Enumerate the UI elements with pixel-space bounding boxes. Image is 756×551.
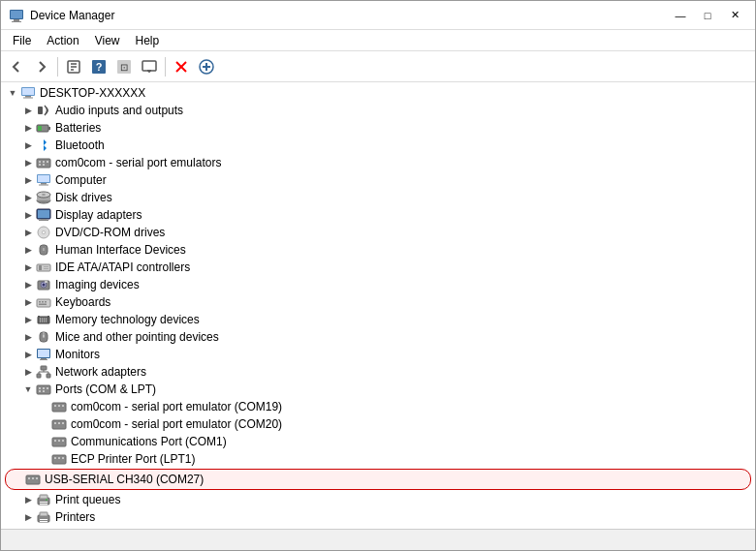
ide-expand[interactable] — [20, 259, 36, 276]
usb-serial-expand — [10, 471, 25, 488]
menu-action[interactable]: Action — [39, 32, 86, 49]
batteries-expand[interactable] — [20, 119, 36, 137]
tree-item-com19[interactable]: com0com - serial port emulator (COM19) — [1, 398, 755, 415]
tree-item-audio[interactable]: Audio inputs and outputs — [1, 102, 755, 119]
display-expand[interactable] — [20, 206, 36, 224]
svg-rect-119 — [40, 521, 47, 522]
svg-rect-63 — [39, 304, 47, 306]
window-controls: — □ ✕ — [668, 6, 747, 25]
ports-icon — [36, 382, 51, 397]
batteries-label: Batteries — [55, 121, 101, 135]
svg-rect-78 — [41, 366, 47, 370]
svg-rect-23 — [23, 98, 33, 99]
print-queues-icon — [36, 492, 51, 507]
printers-icon — [36, 509, 51, 525]
tree-item-com0com[interactable]: com0com - serial port emulators — [1, 154, 755, 171]
dvd-expand[interactable] — [20, 224, 36, 241]
forward-button[interactable] — [30, 55, 53, 78]
tree-item-computer[interactable]: Computer — [1, 171, 755, 189]
bluetooth-expand[interactable] — [20, 137, 36, 154]
com20-label: com0com - serial port emulator (COM20) — [71, 417, 282, 431]
tree-item-print-queues[interactable]: Print queues — [1, 491, 755, 508]
disk-expand[interactable] — [20, 189, 36, 206]
update-driver-button[interactable]: ? — [87, 55, 110, 78]
svg-rect-67 — [44, 318, 45, 322]
tree-item-disk[interactable]: Disk drives — [1, 189, 755, 206]
svg-rect-61 — [42, 301, 44, 303]
svg-rect-85 — [37, 385, 50, 394]
tree-item-dvd[interactable]: DVD/CD-ROM drives — [1, 224, 755, 241]
remove-device-button[interactable] — [170, 55, 193, 78]
svg-rect-68 — [46, 318, 47, 322]
svg-rect-59 — [37, 299, 50, 307]
app-icon — [9, 8, 24, 23]
menu-view[interactable]: View — [87, 32, 128, 49]
tree-item-batteries[interactable]: Batteries — [1, 119, 755, 137]
tree-item-memory[interactable]: Memory technology devices — [1, 311, 755, 328]
svg-point-57 — [43, 284, 46, 287]
tree-item-imaging[interactable]: Imaging devices — [1, 276, 755, 293]
audio-label: Audio inputs and outputs — [55, 104, 183, 117]
tree-item-ide[interactable]: IDE ATA/ATAPI controllers — [1, 259, 755, 276]
svg-rect-66 — [42, 318, 43, 322]
audio-expand[interactable] — [20, 102, 36, 119]
tree-item-ports[interactable]: Ports (COM & LPT) — [1, 381, 755, 398]
dvd-icon — [36, 225, 51, 240]
svg-rect-27 — [38, 126, 42, 131]
svg-rect-65 — [40, 318, 41, 322]
svg-rect-80 — [47, 374, 50, 378]
usb-serial-icon — [25, 472, 41, 487]
tree-item-comm1[interactable]: Communications Port (COM1) — [1, 433, 755, 450]
svg-rect-113 — [40, 502, 47, 503]
tree-item-network[interactable]: Network adapters — [1, 363, 755, 381]
memory-expand[interactable] — [20, 311, 36, 328]
tree-item-monitors[interactable]: Monitors — [1, 346, 755, 363]
hid-label: Human Interface Devices — [55, 243, 186, 257]
tree-item-ecp[interactable]: ECP Printer Port (LPT1) — [1, 450, 755, 468]
close-button[interactable]: ✕ — [722, 6, 747, 25]
tree-item-mice[interactable]: Mice and other pointing devices — [1, 328, 755, 346]
network-expand[interactable] — [20, 363, 36, 381]
network-label: Network adapters — [55, 365, 146, 379]
minimize-button[interactable]: — — [668, 6, 693, 25]
root-expand-arrow[interactable] — [5, 84, 20, 102]
display-button[interactable] — [138, 55, 161, 78]
print-queues-expand[interactable] — [20, 491, 36, 508]
keyboards-expand[interactable] — [20, 293, 36, 311]
tree-item-hid[interactable]: Human Interface Devices — [1, 241, 755, 259]
svg-rect-12 — [142, 61, 156, 71]
add-legacy-button[interactable] — [195, 55, 218, 78]
tree-item-usb-serial[interactable]: USB-SERIAL CH340 (COM27) — [5, 469, 751, 490]
tree-item-com20[interactable]: com0com - serial port emulator (COM20) — [1, 415, 755, 433]
monitors-expand[interactable] — [20, 346, 36, 363]
computer-expand[interactable] — [20, 171, 36, 189]
tree-item-bluetooth[interactable]: Bluetooth — [1, 137, 755, 154]
svg-rect-30 — [43, 161, 45, 163]
hid-expand[interactable] — [20, 241, 36, 259]
svg-rect-37 — [39, 185, 48, 186]
ports-expand[interactable] — [20, 381, 36, 398]
svg-rect-22 — [25, 96, 31, 98]
mice-icon — [36, 329, 51, 345]
scan-changes-button[interactable]: ⊡ — [112, 55, 136, 78]
imaging-icon — [36, 277, 51, 292]
tree-root[interactable]: DESKTOP-XXXXXX — [1, 84, 755, 102]
svg-rect-105 — [58, 457, 60, 459]
menu-file[interactable]: File — [5, 32, 39, 49]
printers-expand[interactable] — [20, 508, 36, 526]
monitors-icon — [36, 347, 51, 362]
maximize-button[interactable]: □ — [695, 6, 720, 25]
imaging-expand[interactable] — [20, 276, 36, 293]
com0com-expand[interactable] — [20, 154, 36, 171]
properties-button[interactable] — [62, 55, 85, 78]
svg-rect-36 — [41, 183, 47, 185]
tree-item-printers[interactable]: Printers — [1, 508, 755, 526]
svg-rect-70 — [47, 316, 49, 318]
svg-rect-60 — [39, 301, 41, 303]
menu-help[interactable]: Help — [128, 32, 168, 49]
back-button[interactable] — [5, 55, 28, 78]
tree-item-keyboards[interactable]: Keyboards — [1, 293, 755, 311]
device-tree[interactable]: DESKTOP-XXXXXX Audio inputs and outputs — [1, 82, 755, 529]
tree-item-display[interactable]: Display adapters — [1, 206, 755, 224]
mice-expand[interactable] — [20, 328, 36, 346]
